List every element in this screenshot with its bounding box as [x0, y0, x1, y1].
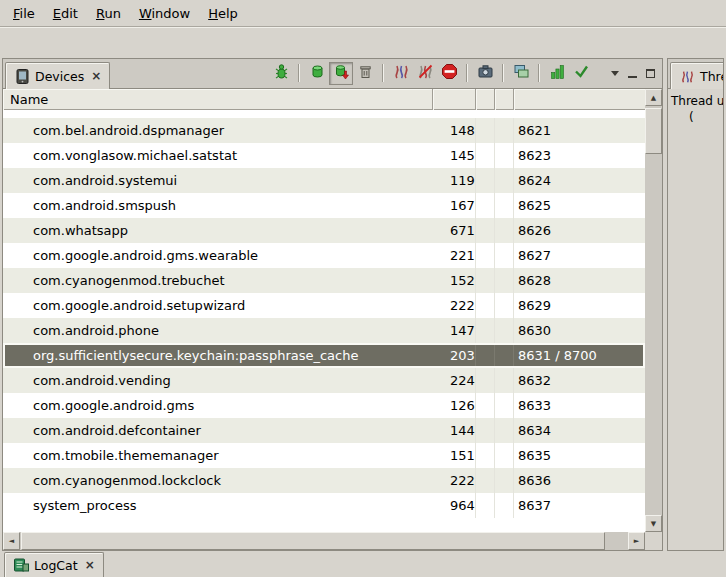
toolbar-separator	[502, 64, 504, 82]
horizontal-scrollbar[interactable]: ◄ ►	[3, 532, 645, 550]
column-header-3[interactable]	[476, 89, 495, 110]
menu-file[interactable]: File	[4, 2, 44, 25]
logcat-icon	[13, 557, 29, 573]
table-row[interactable]: com.cyanogenmod.trebuchet15288628	[3, 268, 645, 293]
cell-c2	[495, 168, 514, 193]
bottom-tabs-row: LogCat ×	[0, 551, 726, 577]
screen-capture-button[interactable]	[473, 62, 497, 85]
menu-help[interactable]: Help	[199, 2, 247, 25]
vertical-scroll-thumb[interactable]	[645, 108, 662, 154]
stop-process-button[interactable]	[437, 62, 461, 85]
horizontal-scroll-thumb[interactable]	[21, 532, 605, 550]
cell-port: 8630	[514, 318, 645, 343]
column-header-4[interactable]	[495, 89, 514, 110]
menu-window[interactable]: Window	[130, 2, 199, 25]
cell-port: 8634	[514, 418, 645, 443]
table-row[interactable]: com.google.android.gms126238633	[3, 393, 645, 418]
cell-name: com.android.systemui	[3, 168, 433, 193]
column-header-port[interactable]	[514, 89, 645, 110]
cell-c2	[495, 243, 514, 268]
scroll-left-arrow[interactable]: ◄	[3, 532, 20, 550]
device-table-content: Name com.bel.android.dspmanager14808621c…	[3, 89, 645, 532]
table-row[interactable]: com.android.smspush16798625	[3, 193, 645, 218]
threads-message: Thread up (	[668, 89, 723, 550]
debug-process-icon	[273, 63, 290, 83]
cell-pid: 12623	[433, 393, 476, 418]
cell-pid: 20311	[433, 343, 476, 368]
cell-c1	[476, 218, 495, 243]
dump-hprof-icon	[333, 63, 350, 83]
scroll-down-arrow[interactable]: ▼	[645, 515, 662, 532]
cell-c1	[476, 468, 495, 493]
devices-tabs-row: Devices ×	[3, 59, 662, 89]
table-row[interactable]: com.vonglasow.michael.satstat145538623	[3, 143, 645, 168]
table-row[interactable]: com.whatsapp67168626	[3, 218, 645, 243]
table-row[interactable]: system_process9648637	[3, 493, 645, 518]
cause-gc-button[interactable]	[353, 62, 377, 85]
tracing-icon	[573, 63, 590, 83]
minimize-icon[interactable]	[628, 69, 637, 78]
menu-edit[interactable]: Edit	[44, 2, 87, 25]
close-icon[interactable]: ×	[89, 69, 101, 83]
cell-port: 8623	[514, 143, 645, 168]
method-profiling-icon	[549, 63, 566, 83]
table-row[interactable]: org.sufficientlysecure.keychain:passphra…	[3, 343, 645, 368]
tracing-button[interactable]	[569, 62, 593, 85]
view-menu-icon[interactable]	[611, 71, 619, 76]
cell-pid: 964	[433, 493, 476, 518]
table-row[interactable]: com.google.android.setupwizard222508629	[3, 293, 645, 318]
cell-name: com.whatsapp	[3, 218, 433, 243]
cell-c2	[495, 468, 514, 493]
cell-port: 8626	[514, 218, 645, 243]
device-icon	[14, 68, 30, 84]
cell-c2	[495, 143, 514, 168]
tab-logcat[interactable]: LogCat ×	[4, 552, 104, 577]
screen-capture-icon	[477, 63, 494, 83]
cell-c2	[495, 368, 514, 393]
cell-pid: 1679	[433, 193, 476, 218]
hierarchy-view-button[interactable]	[509, 62, 533, 85]
cell-name: com.bel.android.dspmanager	[3, 118, 433, 143]
dump-hprof-button[interactable]	[329, 62, 353, 85]
table-row[interactable]: com.android.phone14718630	[3, 318, 645, 343]
update-threads-button[interactable]	[389, 62, 413, 85]
menu-bar: FileEditRunWindowHelp	[0, 0, 726, 26]
table-row[interactable]: com.android.systemui11958624	[3, 168, 645, 193]
cell-port: 8632	[514, 368, 645, 393]
tab-logcat-label: LogCat	[34, 558, 78, 573]
tab-threads[interactable]: Threa	[670, 62, 724, 89]
table-row[interactable]: com.android.vending224408632	[3, 368, 645, 393]
cell-c2	[495, 443, 514, 468]
cell-name: com.android.phone	[3, 318, 433, 343]
cell-c1	[476, 193, 495, 218]
cell-c1	[476, 243, 495, 268]
threads-icon	[679, 68, 695, 84]
close-icon[interactable]: ×	[83, 558, 95, 572]
cell-port: 8636	[514, 468, 645, 493]
stop-threads-button[interactable]	[413, 62, 437, 85]
update-heap-icon	[309, 63, 326, 83]
vertical-scrollbar[interactable]: ▲ ▼	[645, 89, 662, 532]
table-row[interactable]: com.tmobile.thememanager15128635	[3, 443, 645, 468]
maximize-icon[interactable]	[646, 69, 655, 78]
table-row[interactable]: com.cyanogenmod.lockclock222658636	[3, 468, 645, 493]
method-profiling-button[interactable]	[545, 62, 569, 85]
table-row[interactable]: com.bel.android.dspmanager14808621	[3, 118, 645, 143]
table-row[interactable]: com.google.android.gms.wearable221858627	[3, 243, 645, 268]
tab-devices[interactable]: Devices ×	[5, 62, 110, 89]
column-header-pid[interactable]	[433, 89, 476, 110]
scroll-up-arrow[interactable]: ▲	[645, 89, 662, 106]
scroll-right-arrow[interactable]: ►	[628, 532, 645, 550]
column-header-name[interactable]: Name	[3, 89, 433, 110]
update-heap-button[interactable]	[305, 62, 329, 85]
cell-c2	[495, 343, 514, 368]
debug-process-button[interactable]	[269, 62, 293, 85]
cell-pid: 22185	[433, 243, 476, 268]
cell-pid: 22265	[433, 468, 476, 493]
cell-port: 8627	[514, 243, 645, 268]
table-row[interactable]: com.android.defcontainer144118634	[3, 418, 645, 443]
menu-run[interactable]: Run	[87, 2, 130, 25]
cell-name: com.google.android.gms.wearable	[3, 243, 433, 268]
cell-c1	[476, 368, 495, 393]
threads-panel: Threa Thread up (	[667, 58, 724, 551]
